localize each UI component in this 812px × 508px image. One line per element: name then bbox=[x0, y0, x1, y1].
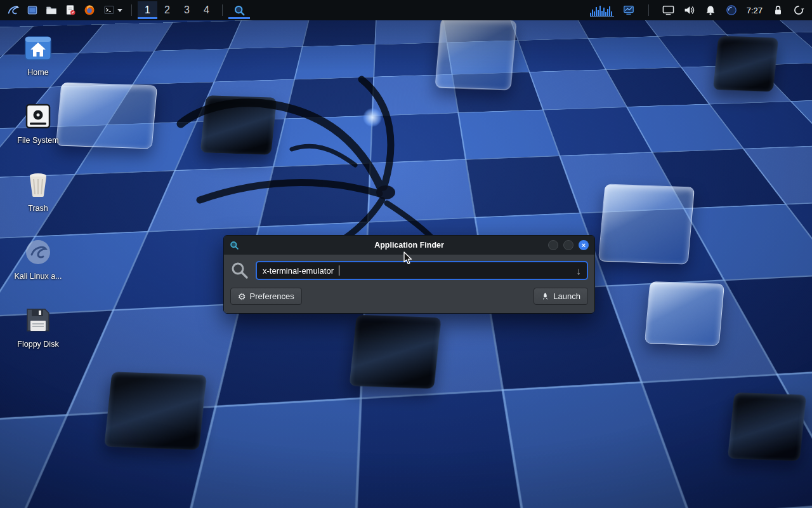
preferences-button[interactable]: ⚙ Preferences bbox=[230, 288, 302, 305]
file-manager-launcher[interactable] bbox=[42, 1, 61, 19]
desktop-icon-trash[interactable]: Trash bbox=[8, 169, 69, 213]
workspace-4-button[interactable]: 4 bbox=[197, 1, 216, 19]
notifications-icon[interactable] bbox=[704, 3, 717, 17]
desktop-icon-label: Trash bbox=[28, 204, 48, 213]
dark-cube bbox=[349, 315, 441, 389]
kali-docs-icon bbox=[23, 237, 53, 267]
bell-icon bbox=[705, 4, 716, 16]
app-finder-task-button[interactable] bbox=[228, 1, 250, 19]
log-out-icon[interactable] bbox=[792, 3, 806, 17]
speaker-icon bbox=[683, 4, 695, 16]
dropdown-arrow-icon[interactable]: ↓ bbox=[577, 266, 582, 276]
kali-logo-icon bbox=[6, 3, 20, 17]
clock[interactable]: 7:27 bbox=[745, 6, 764, 15]
padlock-icon bbox=[773, 4, 783, 16]
desktop-icon-floppy-disk[interactable]: Floppy Disk bbox=[8, 305, 69, 349]
file-system-icon bbox=[23, 101, 53, 131]
desktop-icon-label: Home bbox=[27, 68, 48, 77]
desktop: 1 2 3 4 bbox=[0, 0, 812, 508]
desktop-icon-kali-docs[interactable]: Kali Linux a... bbox=[8, 237, 69, 281]
desktop-icon-label: Floppy Disk bbox=[17, 340, 58, 349]
system-monitor-icon[interactable] bbox=[622, 3, 636, 17]
glass-cube bbox=[56, 82, 157, 149]
launch-button-label: Launch bbox=[553, 291, 580, 301]
floppy-disk-icon bbox=[23, 305, 53, 335]
close-button[interactable]: × bbox=[579, 240, 589, 250]
preferences-button-label: Preferences bbox=[250, 291, 294, 301]
workspace-2-button[interactable]: 2 bbox=[157, 1, 177, 19]
network-activity-graph[interactable] bbox=[589, 3, 615, 17]
dark-cube bbox=[728, 392, 807, 461]
window-controls: × bbox=[548, 240, 589, 250]
folder-icon bbox=[45, 4, 58, 17]
home-icon bbox=[23, 33, 53, 64]
monitor-icon bbox=[623, 4, 634, 16]
text-editor-launcher[interactable] bbox=[61, 1, 80, 19]
firefox-icon bbox=[83, 4, 96, 17]
dark-cube bbox=[713, 36, 779, 91]
top-panel: 1 2 3 4 bbox=[0, 0, 812, 20]
lock-screen-icon[interactable] bbox=[771, 3, 785, 17]
display-icon-glyph bbox=[662, 5, 674, 15]
window-buttons-launcher[interactable] bbox=[23, 1, 42, 19]
desktop-icon-label: File System bbox=[17, 136, 58, 145]
desktop-icon-column: Home File System Trash bbox=[8, 33, 69, 349]
maximize-button[interactable] bbox=[563, 240, 573, 250]
panel-separator bbox=[222, 4, 223, 16]
dark-cube bbox=[104, 371, 207, 450]
terminal-icon bbox=[103, 4, 115, 17]
search-query-text: x-terminal-emulator bbox=[263, 266, 334, 276]
desktop-icon-file-system[interactable]: File System bbox=[8, 101, 69, 145]
activity-bars-icon bbox=[590, 4, 614, 17]
glass-cube bbox=[645, 281, 724, 346]
search-icon bbox=[233, 4, 246, 17]
desktop-icon-label: Kali Linux a... bbox=[14, 272, 62, 281]
volume-icon[interactable] bbox=[683, 3, 697, 17]
workspace-3-button[interactable]: 3 bbox=[177, 1, 197, 19]
search-input[interactable]: x-terminal-emulator ↓ bbox=[256, 261, 588, 280]
application-finder-window: Application Finder × x-terminal-emulator… bbox=[223, 235, 595, 314]
updates-icon[interactable] bbox=[724, 3, 738, 17]
search-icon bbox=[230, 261, 249, 280]
launch-icon bbox=[541, 292, 549, 300]
desktop-icon-home[interactable]: Home bbox=[8, 33, 69, 77]
text-caret bbox=[339, 265, 339, 276]
system-tray: 7:27 bbox=[589, 3, 808, 17]
terminal-launcher[interactable] bbox=[99, 1, 126, 19]
firefox-launcher[interactable] bbox=[80, 1, 99, 19]
workspace-1-button[interactable]: 1 bbox=[138, 1, 157, 19]
kali-menu-button[interactable] bbox=[4, 1, 23, 19]
gear-icon: ⚙ bbox=[238, 292, 246, 301]
minimize-button[interactable] bbox=[548, 240, 558, 250]
chevron-down-icon bbox=[117, 9, 122, 12]
launch-button[interactable]: Launch bbox=[534, 288, 588, 305]
window-icon bbox=[26, 4, 39, 17]
display-icon[interactable] bbox=[662, 3, 676, 17]
glass-cube bbox=[598, 184, 695, 265]
mouse-cursor bbox=[403, 251, 413, 265]
logout-arrow-icon bbox=[793, 4, 804, 16]
window-title: Application Finder bbox=[224, 241, 594, 250]
panel-separator bbox=[648, 4, 649, 16]
panel-separator bbox=[131, 4, 132, 16]
trash-icon bbox=[23, 169, 53, 199]
light-glint bbox=[363, 108, 382, 127]
disc-icon bbox=[726, 4, 737, 16]
text-editor-icon bbox=[64, 4, 77, 17]
